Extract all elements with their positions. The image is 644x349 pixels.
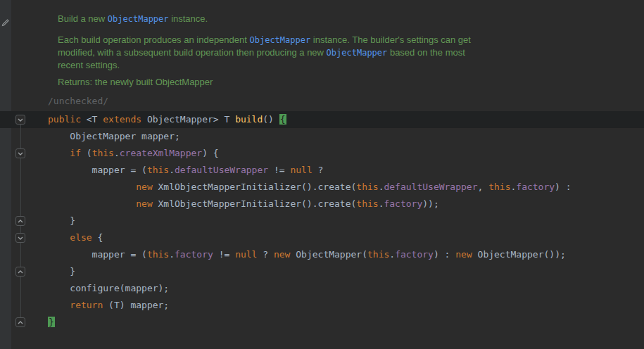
code-token: configure(mapper); bbox=[48, 283, 169, 293]
code-token: ? bbox=[257, 249, 273, 260]
code-token: this bbox=[92, 148, 114, 158]
code-token: } bbox=[48, 266, 75, 277]
code-line[interactable]: mapper = (this.defaultUseWrapper != null… bbox=[48, 162, 572, 179]
rendered-doc-comment: Build a new ObjectMapper instance.Each b… bbox=[58, 13, 471, 88]
code-line[interactable]: } bbox=[48, 314, 572, 331]
code-token: )); bbox=[422, 198, 438, 209]
code-token: . bbox=[169, 249, 175, 260]
doc-line: recent settings. bbox=[58, 59, 471, 71]
code-token: public bbox=[48, 114, 87, 125]
code-token bbox=[48, 148, 70, 158]
code-token: ) : bbox=[555, 182, 571, 192]
code-token: defaultUseWrapper bbox=[384, 182, 477, 192]
code-line[interactable]: return (T) mapper; bbox=[48, 297, 572, 314]
doc-text: Build a new bbox=[58, 13, 108, 24]
code-token bbox=[48, 232, 70, 243]
code-token: . bbox=[114, 148, 120, 158]
code-token: mapper = ( bbox=[48, 249, 147, 260]
doc-text: Returns: the newly built ObjectMapper bbox=[58, 77, 213, 87]
code-token: ) { bbox=[202, 148, 218, 158]
doc-text: modified, with a subsequent build operat… bbox=[58, 47, 327, 58]
code-token: this bbox=[488, 182, 510, 192]
code-editor-area[interactable]: public <T extends ObjectMapper> T build(… bbox=[48, 111, 572, 331]
fold-up-icon[interactable] bbox=[15, 216, 25, 226]
code-token: return bbox=[70, 300, 103, 310]
doc-code-ref-link[interactable]: ObjectMapper bbox=[250, 35, 311, 45]
code-token bbox=[48, 300, 70, 310]
doc-text: instance. The builder's settings can get bbox=[310, 34, 471, 45]
code-token: extends bbox=[103, 114, 147, 125]
code-token: ObjectMapper> T bbox=[147, 114, 235, 125]
code-token: , bbox=[478, 182, 489, 192]
code-line[interactable]: } bbox=[48, 263, 572, 280]
code-token: . bbox=[389, 249, 395, 260]
code-token: ( bbox=[87, 148, 92, 158]
code-token: factory bbox=[395, 249, 434, 260]
doc-text: recent settings. bbox=[58, 60, 120, 70]
doc-line: Returns: the newly built ObjectMapper bbox=[58, 76, 471, 88]
code-token: build bbox=[235, 114, 263, 125]
edit-doc-pencil-icon[interactable] bbox=[1, 16, 10, 30]
gutter-strip bbox=[0, 0, 11, 349]
code-token: null bbox=[290, 165, 312, 175]
code-token: this bbox=[147, 165, 169, 175]
code-token: ) : bbox=[434, 249, 455, 260]
code-line[interactable]: ObjectMapper mapper; bbox=[48, 128, 572, 145]
code-token: () bbox=[263, 114, 279, 125]
doc-code-ref-link[interactable]: ObjectMapper bbox=[108, 14, 169, 24]
code-line[interactable]: if (this.createXmlMapper) { bbox=[48, 145, 572, 162]
code-token: ? bbox=[312, 165, 324, 175]
code-token: this bbox=[356, 198, 378, 209]
code-token: (T) mapper; bbox=[103, 300, 169, 310]
code-token: new bbox=[455, 249, 472, 260]
fold-down-icon[interactable] bbox=[15, 148, 25, 158]
code-line[interactable]: new XmlObjectMapperInitializer().create(… bbox=[48, 196, 572, 212]
fold-up-icon[interactable] bbox=[15, 267, 25, 277]
code-token: XmlObjectMapperInitializer().create( bbox=[153, 182, 357, 192]
doc-line: modified, with a subsequent build operat… bbox=[58, 46, 471, 59]
code-token: new bbox=[274, 249, 290, 260]
fold-up-icon[interactable] bbox=[15, 317, 25, 327]
code-token: ObjectMapper mapper; bbox=[48, 131, 180, 141]
matched-brace: } bbox=[48, 317, 55, 327]
doc-line: Each build operation produces an indepen… bbox=[58, 34, 471, 46]
code-token: null bbox=[235, 249, 257, 260]
code-token: . bbox=[169, 165, 175, 175]
code-token: new bbox=[136, 182, 152, 192]
code-token: this bbox=[147, 249, 169, 260]
folded-suppresswarnings-annotation[interactable]: /unchecked/ bbox=[48, 96, 108, 106]
code-token: createXmlMapper bbox=[120, 148, 202, 158]
code-line[interactable]: configure(mapper); bbox=[48, 280, 572, 297]
fold-down-icon[interactable] bbox=[15, 233, 25, 243]
fold-down-icon[interactable] bbox=[15, 115, 25, 125]
code-token: mapper = ( bbox=[48, 165, 147, 175]
doc-text: instance. bbox=[169, 13, 208, 24]
code-token bbox=[48, 198, 136, 209]
code-token: ObjectMapper()); bbox=[472, 249, 566, 260]
code-token: { bbox=[92, 232, 103, 243]
code-token: this bbox=[367, 249, 389, 260]
code-token: <T bbox=[87, 114, 103, 125]
code-token: } bbox=[48, 215, 75, 226]
code-token: this bbox=[356, 182, 378, 192]
doc-line: Build a new ObjectMapper instance. bbox=[58, 13, 471, 25]
code-line[interactable]: public <T extends ObjectMapper> T build(… bbox=[48, 111, 572, 128]
code-token: if bbox=[70, 148, 86, 158]
code-token: new bbox=[136, 198, 152, 209]
code-token bbox=[48, 182, 136, 192]
code-token: != bbox=[213, 249, 235, 260]
code-token: defaultUseWrapper bbox=[175, 165, 268, 175]
code-token: != bbox=[268, 165, 290, 175]
code-token: XmlObjectMapperInitializer().create( bbox=[153, 198, 357, 209]
code-line[interactable]: new XmlObjectMapperInitializer().create(… bbox=[48, 179, 572, 196]
code-token: ObjectMapper( bbox=[290, 249, 367, 260]
doc-text: based on the most bbox=[387, 47, 465, 58]
doc-code-ref-link[interactable]: ObjectMapper bbox=[327, 48, 388, 58]
code-token: factory bbox=[516, 182, 555, 192]
code-line[interactable]: mapper = (this.factory != null ? new Obj… bbox=[48, 246, 572, 263]
code-token: factory bbox=[175, 249, 213, 260]
code-line[interactable]: else { bbox=[48, 229, 572, 246]
matched-brace: { bbox=[279, 114, 286, 125]
code-token: factory bbox=[384, 198, 422, 209]
code-line[interactable]: } bbox=[48, 212, 572, 229]
